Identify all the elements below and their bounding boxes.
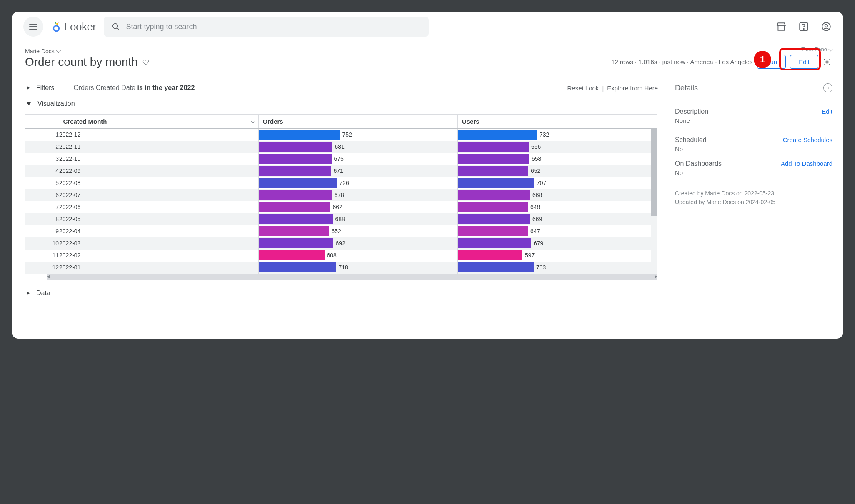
- search-icon: [111, 22, 120, 31]
- svg-point-3: [58, 22, 58, 23]
- users-bar-cell: 668: [458, 189, 657, 201]
- add-to-dashboard-link[interactable]: Add To Dashboard: [781, 160, 832, 167]
- users-bar-cell: 732: [458, 129, 657, 141]
- users-bar-cell: 658: [458, 153, 657, 165]
- hamburger-button[interactable]: [23, 17, 43, 37]
- marketplace-icon[interactable]: [776, 21, 787, 32]
- table-row[interactable]: 2 2022-11 681 656: [25, 141, 657, 153]
- column-header-users[interactable]: Users: [458, 115, 657, 129]
- table-row[interactable]: 10 2022-03 692 679: [25, 237, 657, 250]
- orders-bar-cell: 675: [258, 153, 458, 165]
- month-cell: 2022-02: [59, 250, 258, 262]
- main-content: Filters Orders Created Date is in the ye…: [12, 74, 843, 339]
- month-cell: 2022-06: [59, 201, 258, 213]
- table-row[interactable]: 6 2022-07 678 668: [25, 189, 657, 201]
- row-number-header: [25, 115, 59, 129]
- row-number: 12: [25, 262, 59, 274]
- month-cell: 2022-10: [59, 153, 258, 165]
- month-cell: 2022-11: [59, 141, 258, 153]
- orders-bar-cell: 681: [258, 141, 458, 153]
- orders-bar-cell: 652: [258, 225, 458, 237]
- visualization-label: Visualization: [38, 100, 75, 107]
- row-number: 6: [25, 189, 59, 201]
- orders-bar-cell: 671: [258, 165, 458, 177]
- left-pane: Filters Orders Created Date is in the ye…: [12, 74, 664, 339]
- help-icon[interactable]: [798, 21, 809, 32]
- row-number: 4: [25, 165, 59, 177]
- column-header-month[interactable]: Created Month: [59, 115, 258, 129]
- month-cell: 2022-09: [59, 165, 258, 177]
- table-row[interactable]: 5 2022-08 726 707: [25, 177, 657, 189]
- visualization-table: Created Month Orders Users 1 2022-12 752…: [25, 114, 657, 280]
- app-window: Looker Marie Docs: [12, 12, 843, 339]
- svg-point-7: [803, 29, 804, 30]
- details-pane: Details → Description None Edit Schedule…: [664, 74, 843, 339]
- metadata-text: Created by Marie Docs on 2022-05-23 Upda…: [672, 182, 835, 213]
- page-title: Order count by month: [25, 55, 150, 69]
- search-input[interactable]: [126, 22, 421, 31]
- caret-right-icon: [27, 291, 30, 295]
- on-dashboards-value: No: [675, 169, 722, 176]
- data-section[interactable]: Data: [25, 285, 660, 301]
- on-dashboards-label: On Dashboards: [675, 160, 722, 167]
- reset-look-link[interactable]: Reset Look: [567, 85, 599, 92]
- collapse-icon[interactable]: →: [823, 83, 832, 92]
- svg-point-0: [54, 26, 59, 31]
- table-row[interactable]: 1 2022-12 752 732: [25, 129, 657, 141]
- explore-from-here-link[interactable]: Explore from Here: [607, 85, 658, 92]
- table-row[interactable]: 7 2022-06 662 648: [25, 201, 657, 213]
- row-number: 8: [25, 213, 59, 225]
- create-schedules-link[interactable]: Create Schedules: [783, 136, 832, 143]
- users-bar-cell: 648: [458, 201, 657, 213]
- table-row[interactable]: 9 2022-04 652 647: [25, 225, 657, 237]
- orders-bar-cell: 662: [258, 201, 458, 213]
- month-cell: 2022-07: [59, 189, 258, 201]
- table-row[interactable]: 3 2022-10 675 658: [25, 153, 657, 165]
- svg-line-5: [117, 28, 119, 30]
- row-number: 5: [25, 177, 59, 189]
- annotation-number-1: 1: [754, 51, 771, 68]
- caret-down-icon: [27, 102, 31, 105]
- breadcrumb-text: Marie Docs: [25, 48, 55, 55]
- account-icon[interactable]: [821, 21, 832, 32]
- table-row[interactable]: 11 2022-02 608 597: [25, 250, 657, 262]
- table-row[interactable]: 4 2022-09 671 652: [25, 165, 657, 177]
- month-cell: 2022-12: [59, 129, 258, 141]
- table-row[interactable]: 8 2022-05 688 669: [25, 213, 657, 225]
- svg-point-1: [56, 23, 58, 25]
- logo-text: Looker: [64, 20, 96, 33]
- filters-label: Filters: [36, 84, 55, 92]
- search-bar[interactable]: [104, 17, 429, 37]
- gear-icon[interactable]: [822, 57, 832, 67]
- month-cell: 2022-05: [59, 213, 258, 225]
- favorite-icon[interactable]: [142, 58, 150, 66]
- annotation-box: [779, 48, 821, 70]
- hamburger-icon: [29, 24, 38, 30]
- users-bar-cell: 669: [458, 213, 657, 225]
- data-label: Data: [36, 289, 50, 297]
- logo[interactable]: Looker: [51, 20, 96, 33]
- users-bar-cell: 703: [458, 262, 657, 274]
- column-header-orders[interactable]: Orders: [258, 115, 458, 129]
- edit-description-link[interactable]: Edit: [822, 108, 832, 115]
- orders-bar-cell: 726: [258, 177, 458, 189]
- breadcrumb[interactable]: Marie Docs: [25, 48, 150, 55]
- users-bar-cell: 597: [458, 250, 657, 262]
- table-row[interactable]: 12 2022-01 718 703: [25, 262, 657, 274]
- chevron-down-icon: [250, 118, 255, 123]
- row-number: 7: [25, 201, 59, 213]
- visualization-section[interactable]: Visualization: [25, 96, 660, 112]
- filters-section[interactable]: Filters Orders Created Date is in the ye…: [25, 80, 660, 96]
- looker-logo-icon: [51, 21, 62, 32]
- horizontal-scrollbar[interactable]: [48, 274, 657, 280]
- orders-bar-cell: 608: [258, 250, 458, 262]
- orders-bar-cell: 752: [258, 129, 458, 141]
- row-number: 11: [25, 250, 59, 262]
- row-number: 2: [25, 141, 59, 153]
- chevron-down-icon: [56, 48, 61, 53]
- vertical-scrollbar[interactable]: [651, 129, 657, 274]
- users-bar-cell: 647: [458, 225, 657, 237]
- month-cell: 2022-08: [59, 177, 258, 189]
- svg-point-9: [825, 25, 828, 27]
- svg-point-2: [55, 22, 56, 24]
